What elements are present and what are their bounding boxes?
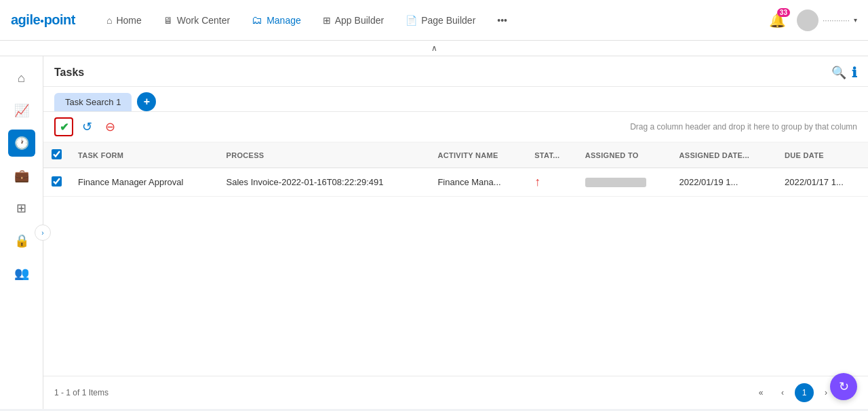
col-task-form[interactable]: TASK FORM — [70, 142, 218, 168]
row-checkbox[interactable] — [52, 176, 62, 187]
notification-button[interactable]: 🔔 33 — [769, 12, 786, 28]
tasks-table: TASK FORM PROCESS ACTIVITY NAME STAT... … — [43, 142, 868, 197]
main-layout: ⌂ 📈 🕐 💼 ⊞ 🔒 👥 › Tasks 🔍 ℹ Task Search 1 … — [0, 56, 868, 409]
cell-activity-name: Finance Mana... — [429, 168, 526, 197]
sidebar-expand-button[interactable]: › — [35, 224, 51, 241]
minus-icon: ⊖ — [105, 119, 115, 134]
toolbar: ✔ ↺ ⊖ Drag a column header and drop it h… — [43, 112, 868, 142]
collapse-icon: ∧ — [431, 43, 437, 53]
prev-page-button[interactable]: ‹ — [773, 383, 792, 402]
sidebar-item-lock[interactable]: 🔒 — [8, 227, 35, 254]
select-all-header[interactable] — [43, 142, 70, 168]
cell-assigned-date: 2022/01/19 1... — [671, 168, 776, 197]
collapse-bar[interactable]: ∧ — [0, 41, 868, 56]
nav-item-page-builder[interactable]: 📄 Page Builder — [396, 9, 485, 31]
page-title: Tasks — [54, 66, 84, 79]
remove-button[interactable]: ⊖ — [100, 117, 119, 136]
nav-right: 🔔 33 ············ ▾ — [769, 9, 857, 31]
more-icon: ••• — [497, 15, 507, 26]
content-header: Tasks 🔍 ℹ — [43, 56, 868, 87]
sidebar-item-analytics[interactable]: 📈 — [8, 97, 35, 124]
sidebar-item-apps[interactable]: ⊞ — [8, 195, 35, 222]
grid-icon: ⊞ — [323, 15, 331, 26]
folder-icon: 🗂 — [252, 14, 262, 26]
table-container: TASK FORM PROCESS ACTIVITY NAME STAT... … — [43, 142, 868, 376]
cell-status: ↑ — [526, 168, 576, 197]
table-header-row: TASK FORM PROCESS ACTIVITY NAME STAT... … — [43, 142, 868, 168]
col-status[interactable]: STAT... — [526, 142, 576, 168]
sidebar-item-home[interactable]: ⌂ — [8, 64, 35, 92]
chevron-down-icon: ▾ — [854, 16, 857, 24]
sidebar: ⌂ 📈 🕐 💼 ⊞ 🔒 👥 › — [0, 56, 43, 409]
table-body: Finance Manager Approval Sales Invoice-2… — [43, 168, 868, 197]
table-row[interactable]: Finance Manager Approval Sales Invoice-2… — [43, 168, 868, 197]
username-text: ············ — [823, 16, 850, 25]
info-icon[interactable]: ℹ — [852, 64, 857, 81]
nav-item-app-builder[interactable]: ⊞ App Builder — [313, 9, 393, 31]
col-activity-name[interactable]: ACTIVITY NAME — [429, 142, 526, 168]
col-assigned-to[interactable]: ASSIGNED TO — [577, 142, 671, 168]
col-due-date[interactable]: DUE DATE — [776, 142, 868, 168]
status-arrow-icon: ↑ — [534, 175, 540, 189]
sidebar-item-briefcase[interactable]: 💼 — [8, 162, 35, 189]
cell-process: Sales Invoice-2022-01-16T08:22:29:491 — [218, 168, 430, 197]
select-all-checkbox[interactable] — [52, 149, 62, 159]
add-tab-button[interactable]: + — [137, 92, 156, 111]
complete-task-button[interactable]: ✔ — [54, 117, 73, 136]
avatar — [797, 9, 818, 31]
refresh-button[interactable]: ↺ — [77, 117, 96, 136]
current-page-button[interactable]: 1 — [795, 383, 814, 402]
refresh-fab-icon: ↻ — [839, 379, 849, 394]
pagination: 1 - 1 of 1 Items « ‹ 1 › » — [43, 376, 868, 409]
nav-item-work-center[interactable]: 🖥 Work Center — [154, 9, 239, 31]
pagination-info: 1 - 1 of 1 Items — [54, 388, 108, 397]
nav-items: ⌂ Home 🖥 Work Center 🗂 Manage ⊞ App Buil… — [97, 9, 769, 32]
tab-task-search-1[interactable]: Task Search 1 — [54, 93, 132, 111]
drag-hint: Drag a column header and drop it here to… — [630, 122, 857, 132]
nav-item-home[interactable]: ⌂ Home — [97, 9, 151, 31]
sidebar-item-tasks[interactable]: 🕐 — [8, 130, 35, 157]
main-content: Tasks 🔍 ℹ Task Search 1 + ✔ ↺ ⊖ Drag a c… — [43, 56, 868, 409]
col-process[interactable]: PROCESS — [218, 142, 430, 168]
sidebar-item-users[interactable]: 👥 — [8, 260, 35, 287]
cell-due-date: 2022/01/17 1... — [776, 168, 868, 197]
nav-item-more[interactable]: ••• — [488, 9, 517, 31]
search-icon[interactable]: 🔍 — [831, 65, 846, 80]
refresh-icon: ↺ — [82, 119, 92, 134]
nav-item-manage[interactable]: 🗂 Manage — [242, 9, 311, 32]
home-icon: ⌂ — [106, 15, 112, 26]
user-menu[interactable]: ············ ▾ — [797, 9, 857, 31]
header-actions: 🔍 ℹ — [831, 64, 857, 81]
col-assigned-date[interactable]: ASSIGNED DATE... — [671, 142, 776, 168]
page-icon: 📄 — [406, 15, 417, 26]
cell-assigned-to — [577, 168, 671, 197]
first-page-button[interactable]: « — [751, 383, 770, 402]
checkmark-icon: ✔ — [60, 121, 68, 134]
monitor-icon: 🖥 — [163, 15, 173, 26]
row-checkbox-cell[interactable] — [43, 168, 70, 197]
assigned-to-bar — [585, 178, 646, 187]
notification-badge: 33 — [777, 8, 790, 17]
refresh-fab-button[interactable]: ↻ — [830, 373, 857, 400]
cell-task-form: Finance Manager Approval — [70, 168, 218, 197]
tabs-bar: Task Search 1 + — [43, 87, 868, 112]
logo-text: agile●point — [11, 12, 75, 28]
logo[interactable]: agile●point — [11, 12, 75, 28]
top-navigation: agile●point ⌂ Home 🖥 Work Center 🗂 Manag… — [0, 0, 868, 41]
